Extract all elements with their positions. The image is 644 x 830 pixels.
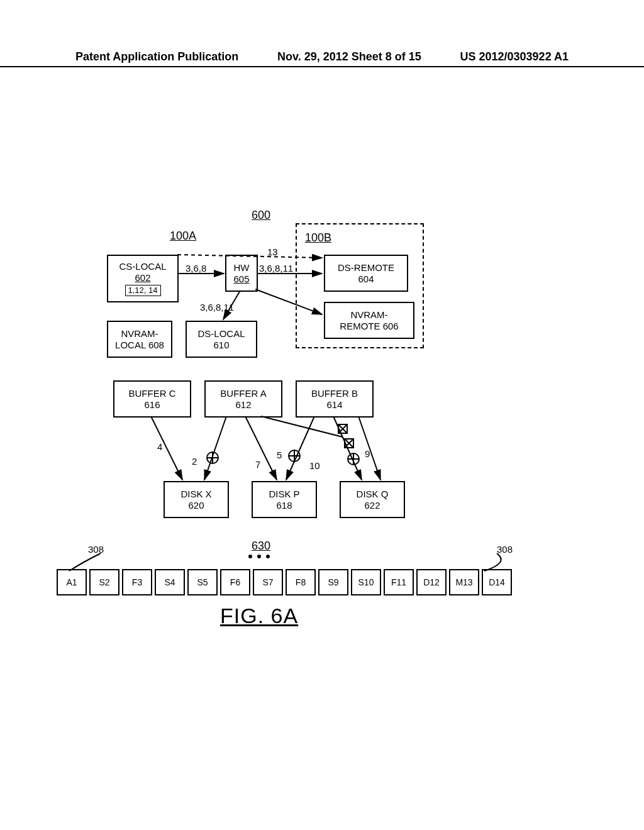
- arrows-buffers-disks: [94, 220, 547, 534]
- seq-s10: S10: [351, 569, 381, 595]
- seq-s9: S9: [318, 569, 348, 595]
- seq-a1: A1: [57, 569, 87, 595]
- figure-6a: 600 100A 100B CS-LOCAL 602 1,12, 14 HW 6…: [94, 220, 547, 660]
- page: Patent Application Publication Nov. 29, …: [0, 0, 644, 830]
- header-right: US 2012/0303922 A1: [460, 50, 569, 64]
- figure-title: FIG. 6A: [220, 604, 298, 628]
- svg-line-5: [151, 416, 182, 480]
- svg-line-6: [204, 416, 226, 480]
- seq-s7: S7: [253, 569, 283, 595]
- seq-s2: S2: [89, 569, 119, 595]
- seq-s5: S5: [187, 569, 218, 595]
- header-left: Patent Application Publication: [75, 50, 238, 64]
- seq-d14: D14: [482, 569, 512, 595]
- seq-f8: F8: [286, 569, 316, 595]
- svg-line-8: [261, 416, 343, 437]
- sequence-row: A1 S2 F3 S4 S5 F6 S7 F8 S9 S10 F11 D12 M…: [57, 569, 512, 595]
- svg-line-11: [358, 416, 380, 480]
- seq-d12: D12: [416, 569, 447, 595]
- seq-s4: S4: [155, 569, 185, 595]
- page-header: Patent Application Publication Nov. 29, …: [0, 50, 644, 67]
- seq-f11: F11: [384, 569, 414, 595]
- seq-f6: F6: [220, 569, 250, 595]
- svg-line-7: [245, 416, 277, 480]
- seq-m13: M13: [449, 569, 479, 595]
- header-middle: Nov. 29, 2012 Sheet 8 of 15: [277, 50, 421, 64]
- seq-f3: F3: [122, 569, 152, 595]
